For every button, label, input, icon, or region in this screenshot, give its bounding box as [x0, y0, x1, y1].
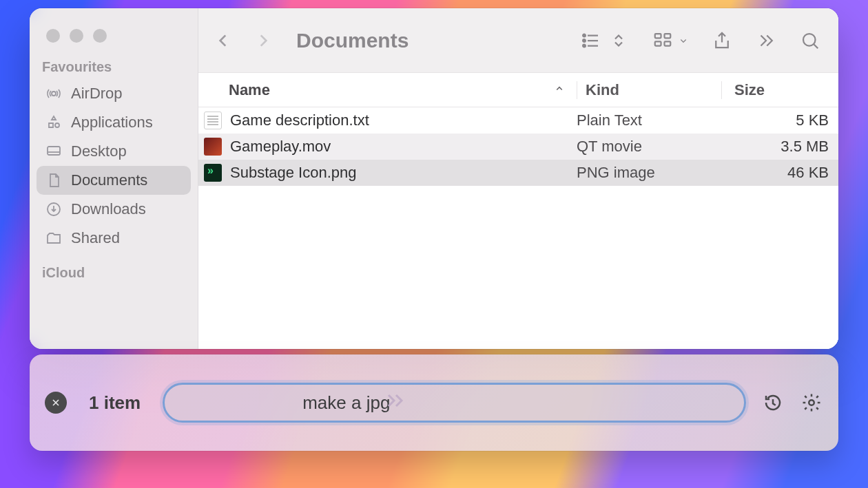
svg-point-4 [583, 34, 586, 36]
downloads-icon [45, 200, 63, 218]
clear-selection-button[interactable] [45, 392, 67, 414]
window-title: Documents [296, 29, 409, 52]
airdrop-icon [45, 85, 63, 103]
sidebar-section-favourites: Favourites [30, 59, 198, 79]
svg-rect-10 [665, 41, 671, 45]
command-field-wrapper[interactable] [163, 383, 746, 423]
substage-bar: 1 item [30, 354, 838, 451]
search-button[interactable] [798, 29, 822, 52]
svg-point-12 [809, 400, 814, 405]
finder-sidebar: Favourites AirDrop Applications Desktop [30, 8, 198, 349]
file-size: 46 KB [721, 164, 838, 182]
svg-point-6 [583, 44, 586, 47]
view-mode-button[interactable] [579, 29, 630, 52]
file-name: Substage Icon.png [226, 164, 577, 182]
file-name: Gameplay.mov [226, 138, 577, 156]
file-type-icon [204, 164, 222, 182]
command-input[interactable] [302, 392, 729, 414]
chevron-down-icon [677, 29, 690, 52]
file-type-icon [204, 112, 222, 129]
finder-main: Documents [198, 8, 838, 349]
prompt-chevrons-icon [386, 392, 406, 414]
desktop-icon [45, 142, 63, 160]
column-header-name[interactable]: Name [226, 81, 577, 99]
selection-count: 1 item [89, 392, 141, 414]
file-kind: QT movie [577, 138, 721, 156]
sidebar-favourites-list: AirDrop Applications Desktop Documents [30, 79, 198, 253]
documents-icon [45, 171, 63, 189]
sidebar-item-label: Desktop [71, 142, 127, 160]
finder-toolbar: Documents [198, 8, 838, 73]
svg-point-5 [583, 39, 586, 42]
sidebar-item-downloads[interactable]: Downloads [37, 195, 191, 224]
svg-point-11 [803, 34, 816, 46]
sidebar-section-icloud: iCloud [30, 265, 198, 285]
file-type-icon [204, 138, 222, 156]
updown-icon [607, 29, 630, 52]
column-header-kind[interactable]: Kind [577, 81, 721, 99]
file-size: 3.5 MB [721, 138, 838, 156]
column-header-label: Kind [586, 81, 619, 98]
zoom-window-button[interactable] [93, 29, 107, 43]
sidebar-item-applications[interactable]: Applications [37, 108, 191, 137]
svg-rect-7 [655, 34, 661, 38]
sidebar-item-documents[interactable]: Documents [37, 166, 191, 195]
back-button[interactable] [209, 27, 237, 54]
share-button[interactable] [710, 29, 734, 52]
file-row[interactable]: Gameplay.movQT movie3.5 MB [198, 134, 838, 160]
column-header-size[interactable]: Size [721, 81, 838, 99]
column-header-label: Name [229, 81, 270, 99]
sidebar-item-airdrop[interactable]: AirDrop [37, 79, 191, 108]
file-size: 5 KB [721, 112, 838, 129]
svg-rect-2 [48, 147, 60, 155]
shared-icon [45, 229, 63, 247]
window-controls [30, 21, 198, 59]
sidebar-item-label: AirDrop [71, 85, 123, 103]
close-window-button[interactable] [46, 29, 60, 43]
file-name: Game description.txt [226, 112, 577, 129]
sidebar-item-label: Documents [71, 171, 147, 189]
minimize-window-button[interactable] [70, 29, 83, 43]
svg-rect-9 [655, 41, 661, 45]
settings-button[interactable] [800, 391, 823, 414]
file-row[interactable]: Substage Icon.pngPNG image46 KB [198, 160, 838, 186]
svg-point-0 [52, 92, 56, 96]
file-kind: Plain Text [577, 112, 721, 129]
sidebar-item-shared[interactable]: Shared [37, 224, 191, 253]
svg-rect-8 [665, 34, 671, 38]
column-header-label: Size [734, 81, 765, 98]
column-header-row: Name Kind Size [198, 73, 838, 107]
sort-ascending-icon [553, 81, 566, 99]
history-button[interactable] [761, 391, 785, 414]
sidebar-item-desktop[interactable]: Desktop [37, 137, 191, 166]
list-view-icon [579, 29, 603, 52]
sidebar-item-label: Shared [71, 229, 120, 247]
sidebar-item-label: Downloads [71, 200, 146, 218]
more-toolbar-button[interactable] [754, 29, 778, 52]
forward-button[interactable] [249, 27, 277, 54]
file-kind: PNG image [577, 164, 721, 182]
group-by-button[interactable] [651, 29, 690, 52]
finder-window: Favourites AirDrop Applications Desktop [30, 8, 838, 349]
sidebar-item-label: Applications [71, 114, 153, 131]
file-row[interactable]: Game description.txtPlain Text5 KB [198, 107, 838, 134]
apps-icon [45, 114, 63, 131]
grid-icon [651, 29, 674, 52]
svg-point-1 [55, 123, 59, 127]
file-list: Game description.txtPlain Text5 KBGamepl… [198, 107, 838, 349]
